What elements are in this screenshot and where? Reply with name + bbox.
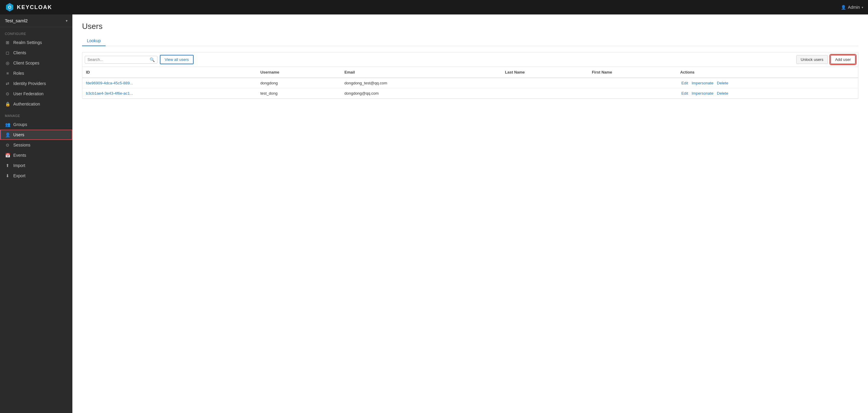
sidebar-item-label: User Federation	[13, 91, 43, 96]
cell-id: b3cb1ae4-3e43-4f6e-ac1...	[82, 88, 257, 99]
col-id: ID	[82, 67, 257, 78]
user-federation-icon: ⊙	[5, 91, 10, 96]
sidebar-item-label: Realm Settings	[13, 40, 42, 45]
sidebar-item-roles[interactable]: ≡ Roles	[0, 68, 72, 78]
table-row: b3cb1ae4-3e43-4f6e-ac1... test_dong dong…	[82, 88, 858, 99]
sidebar-item-authentication[interactable]: 🔒 Authentication	[0, 99, 72, 109]
sidebar-item-label: Identity Providers	[13, 81, 46, 86]
logo-text: KEYCLOAK	[17, 4, 52, 10]
search-wrapper: 🔍	[85, 56, 157, 64]
sidebar-item-label: Export	[13, 173, 25, 178]
admin-label: Admin	[848, 5, 860, 10]
users-icon: 👤	[5, 132, 10, 137]
sidebar-item-label: Sessions	[13, 142, 30, 148]
realm-chevron-icon: ▾	[66, 19, 67, 23]
svg-point-3	[9, 6, 10, 8]
cell-email: dongdong@qq.com	[341, 88, 501, 99]
sidebar-item-users[interactable]: 👤 Users	[0, 130, 72, 140]
col-actions: Actions	[677, 67, 858, 78]
sidebar-item-label: Import	[13, 163, 25, 168]
sidebar-item-clients[interactable]: ◻ Clients	[0, 47, 72, 58]
sessions-icon: ⊙	[5, 142, 10, 148]
search-button[interactable]: 🔍	[150, 57, 155, 62]
tab-lookup[interactable]: Lookup	[82, 36, 105, 46]
content-area: Users Lookup 🔍 View all users Unlock use…	[72, 14, 868, 413]
admin-menu[interactable]: 👤 Admin ▾	[841, 5, 863, 10]
sidebar-item-events[interactable]: 📅 Events	[0, 150, 72, 160]
table-row: fde96909-4dca-45c5-889... dongdong dongd…	[82, 78, 858, 88]
edit-button-2[interactable]: Edit	[680, 91, 689, 96]
sidebar-item-label: Events	[13, 153, 26, 158]
col-username: Username	[257, 67, 341, 78]
delete-button-2[interactable]: Delete	[716, 91, 730, 96]
impersonate-button-1[interactable]: Impersonate	[690, 81, 714, 85]
tabs: Lookup	[82, 36, 858, 46]
main-layout: Test_saml2 ▾ Configure ⊞ Realm Settings …	[0, 14, 868, 413]
topbar: KEYCLOAK 👤 Admin ▾	[0, 0, 868, 14]
realm-selector[interactable]: Test_saml2 ▾	[0, 14, 72, 27]
table-toolbar: 🔍 View all users Unlock users Add user	[82, 53, 858, 67]
realm-settings-icon: ⊞	[5, 40, 10, 45]
sidebar-item-label: Groups	[13, 122, 27, 127]
sidebar-item-realm-settings[interactable]: ⊞ Realm Settings	[0, 37, 72, 47]
admin-icon: 👤	[841, 5, 846, 10]
cell-username: dongdong	[257, 78, 341, 88]
client-scopes-icon: ◎	[5, 61, 10, 65]
delete-button-1[interactable]: Delete	[716, 81, 730, 85]
sidebar-item-label: Client Scopes	[13, 61, 39, 65]
sidebar-item-user-federation[interactable]: ⊙ User Federation	[0, 89, 72, 99]
sidebar-item-sessions[interactable]: ⊙ Sessions	[0, 140, 72, 150]
table-header: ID Username Email Last Name First Name A…	[82, 67, 858, 78]
sidebar-item-identity-providers[interactable]: ⇄ Identity Providers	[0, 78, 72, 89]
sidebar-item-label: Roles	[13, 71, 24, 76]
authentication-icon: 🔒	[5, 102, 10, 106]
sidebar-item-label: Users	[13, 132, 25, 137]
page-title: Users	[82, 22, 858, 31]
sidebar-item-groups[interactable]: 👥 Groups	[0, 119, 72, 130]
cell-last-name	[501, 88, 588, 99]
cell-last-name	[501, 78, 588, 88]
cell-actions: Edit Impersonate Delete	[677, 78, 858, 88]
view-all-users-button[interactable]: View all users	[160, 55, 194, 64]
col-email: Email	[341, 67, 501, 78]
sidebar: Test_saml2 ▾ Configure ⊞ Realm Settings …	[0, 14, 72, 413]
keycloak-logo-icon	[5, 2, 14, 12]
sidebar-item-label: Clients	[13, 50, 26, 55]
logo: KEYCLOAK	[5, 2, 52, 12]
sidebar-item-import[interactable]: ⬆ Import	[0, 160, 72, 171]
cell-first-name	[588, 78, 677, 88]
impersonate-button-2[interactable]: Impersonate	[690, 91, 714, 96]
col-first-name: First Name	[588, 67, 677, 78]
unlock-users-button[interactable]: Unlock users	[796, 55, 828, 64]
configure-section-label: Configure	[0, 27, 72, 37]
events-icon: 📅	[5, 153, 10, 158]
groups-icon: 👥	[5, 122, 10, 127]
cell-actions: Edit Impersonate Delete	[677, 88, 858, 99]
manage-section-label: Manage	[0, 109, 72, 119]
sidebar-item-export[interactable]: ⬇ Export	[0, 171, 72, 181]
export-icon: ⬇	[5, 173, 10, 178]
user-id-link-2[interactable]: b3cb1ae4-3e43-4f6e-ac1...	[86, 91, 133, 96]
cell-first-name	[588, 88, 677, 99]
identity-providers-icon: ⇄	[5, 81, 10, 86]
edit-button-1[interactable]: Edit	[680, 81, 689, 85]
import-icon: ⬆	[5, 163, 10, 168]
users-table-wrapper: 🔍 View all users Unlock users Add user I…	[82, 52, 858, 99]
sidebar-item-label: Authentication	[13, 102, 40, 106]
search-input[interactable]	[88, 57, 148, 62]
sidebar-item-client-scopes[interactable]: ◎ Client Scopes	[0, 58, 72, 68]
add-user-button[interactable]: Add user	[830, 55, 856, 64]
cell-email: dongdong_test@qq.com	[341, 78, 501, 88]
cell-id: fde96909-4dca-45c5-889...	[82, 78, 257, 88]
clients-icon: ◻	[5, 50, 10, 55]
cell-username: test_dong	[257, 88, 341, 99]
col-last-name: Last Name	[501, 67, 588, 78]
admin-chevron-icon: ▾	[862, 6, 863, 9]
realm-name: Test_saml2	[5, 18, 28, 23]
roles-icon: ≡	[5, 71, 10, 76]
table-body: fde96909-4dca-45c5-889... dongdong dongd…	[82, 78, 858, 99]
users-table: ID Username Email Last Name First Name A…	[82, 67, 858, 99]
user-id-link-1[interactable]: fde96909-4dca-45c5-889...	[86, 81, 133, 85]
